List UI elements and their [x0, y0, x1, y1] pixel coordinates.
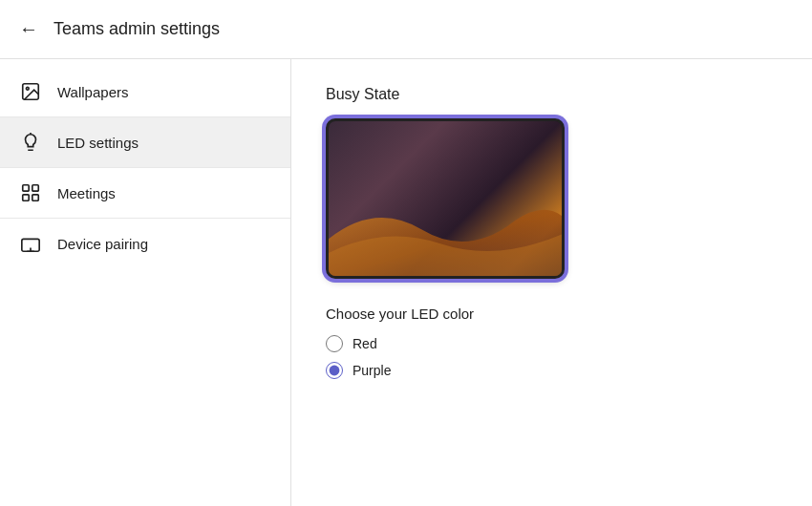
radio-item-purple[interactable]: Purple [326, 362, 778, 379]
sidebar-item-wallpapers[interactable]: Wallpapers [0, 67, 290, 117]
content-area: Busy State Choose your LED color [291, 59, 812, 506]
sidebar-item-meetings-label: Meetings [57, 185, 116, 201]
tablet-preview [326, 118, 565, 279]
radio-item-red[interactable]: Red [326, 335, 778, 352]
svg-rect-6 [32, 195, 38, 200]
grid-icon [19, 181, 42, 204]
sidebar-item-meetings[interactable]: Meetings [0, 168, 290, 219]
main-layout: Wallpapers LED settings Meetings [0, 59, 812, 506]
header: ← Teams admin settings [0, 0, 812, 59]
sidebar-item-led-settings[interactable]: LED settings [0, 117, 290, 168]
header-title: Teams admin settings [53, 19, 220, 39]
svg-rect-4 [32, 185, 38, 191]
svg-point-1 [26, 87, 29, 90]
radio-red-label: Red [353, 336, 377, 351]
sidebar-item-led-label: LED settings [57, 135, 139, 151]
tablet-wallpaper [329, 121, 562, 276]
back-button[interactable]: ← [19, 14, 46, 44]
radio-purple-label: Purple [353, 363, 391, 378]
device-icon [19, 232, 42, 255]
radio-purple[interactable] [326, 362, 343, 379]
svg-rect-3 [23, 185, 29, 191]
bulb-icon [19, 131, 42, 154]
sidebar-item-device-pairing[interactable]: Device pairing [0, 219, 290, 268]
sidebar-item-device-pairing-label: Device pairing [57, 236, 148, 252]
svg-rect-5 [23, 195, 29, 200]
sidebar-item-wallpapers-label: Wallpapers [57, 84, 128, 100]
led-color-options: Red Purple [326, 335, 778, 379]
sidebar: Wallpapers LED settings Meetings [0, 59, 291, 506]
choose-led-title: Choose your LED color [326, 306, 778, 322]
radio-red[interactable] [326, 335, 343, 352]
busy-state-title: Busy State [326, 86, 778, 103]
image-icon [19, 80, 42, 103]
